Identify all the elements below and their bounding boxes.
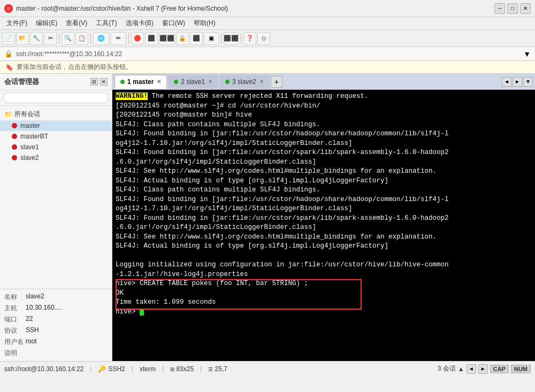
- toolbar-btn14[interactable]: ▣: [204, 32, 219, 45]
- address-text: ssh://root:**********@10.30.160.14:22: [16, 50, 122, 58]
- sidebar-controls: ⊟ ✕: [90, 78, 108, 86]
- toolbar-new[interactable]: 📄: [2, 32, 15, 45]
- tab-add-button[interactable]: +: [271, 76, 282, 88]
- session-master[interactable]: master: [0, 120, 112, 131]
- minimize-button[interactable]: ─: [494, 3, 505, 14]
- terminal[interactable]: WARNING! The remote SSH server rejected …: [112, 90, 535, 361]
- tab-close-slave2[interactable]: ✕: [259, 79, 264, 84]
- toolbar-btn8[interactable]: ✏: [110, 32, 126, 45]
- menu-tabs[interactable]: 选项卡(B): [121, 18, 158, 29]
- prop-user: 用户名 root: [0, 336, 112, 348]
- prop-name: 名称 slave2: [0, 291, 112, 303]
- prop-protocol: 协议 SSH: [0, 325, 112, 336]
- toolbar-btn13[interactable]: ⬛: [190, 32, 203, 45]
- session-slave1[interactable]: slave1: [0, 142, 112, 152]
- info-text: 要添加当前会话，点击左侧的箭头按钮。: [17, 63, 132, 72]
- app-icon: [4, 4, 13, 13]
- tab-label-master: 1 master: [127, 78, 154, 86]
- sidebar-close-btn[interactable]: ✕: [100, 78, 108, 86]
- tab-scroll-controls: ◄ ► ▼: [502, 77, 533, 87]
- menu-window[interactable]: 窗口(W): [158, 18, 189, 29]
- toolbar-sep3: [128, 33, 129, 44]
- sessions-prev-btn[interactable]: ◄: [467, 364, 476, 374]
- sidebar-search-input[interactable]: [3, 93, 109, 103]
- tab-slave2[interactable]: 3 slave2 ✕: [219, 75, 270, 89]
- menu-help[interactable]: 帮助(H): [189, 18, 220, 29]
- sidebar-title: 会话管理器: [4, 77, 39, 87]
- pos-icon: ☰: [208, 366, 213, 372]
- tab-label-slave1: 2 slave1: [181, 78, 205, 86]
- session-label-slave1: slave1: [20, 143, 39, 151]
- close-button[interactable]: ✕: [520, 3, 531, 14]
- prop-user-label: 用户名: [4, 337, 26, 347]
- tab-close-master[interactable]: ✕: [157, 79, 161, 84]
- toolbar-btn11[interactable]: ⬛⬛: [159, 32, 175, 45]
- menu-tools[interactable]: 工具(T): [91, 18, 121, 29]
- folder-icon: 📁: [4, 111, 12, 118]
- status-bar: ssh://root@10.30.160.14:22 | 🔑 SSH2 | xt…: [0, 361, 535, 376]
- resize-icon: ⊞: [170, 366, 174, 372]
- menu-edit[interactable]: 编辑(E): [32, 18, 62, 29]
- title-bar: master - root@master:/usr/cstor/hive/bin…: [0, 0, 535, 17]
- session-label-slave2: slave2: [20, 154, 39, 162]
- toolbar-btn17[interactable]: ◇: [257, 32, 270, 45]
- session-masterbt[interactable]: masterBT: [0, 131, 112, 142]
- menu-view[interactable]: 查看(V): [62, 18, 91, 29]
- sessions-next-btn[interactable]: ►: [478, 364, 488, 374]
- sessions-group[interactable]: 📁 所有会话: [0, 108, 112, 120]
- tab-slave1[interactable]: 2 slave1 ✕: [168, 75, 218, 89]
- menu-bar: 文件(F) 编辑(E) 查看(V) 工具(T) 选项卡(B) 窗口(W) 帮助(…: [0, 17, 535, 30]
- window-controls: ─ □ ✕: [494, 3, 531, 14]
- prop-desc: 说明: [0, 348, 112, 359]
- session-dot-slave1: [12, 144, 17, 150]
- toolbar-btn10[interactable]: ⬛: [145, 32, 158, 45]
- status-ssh-icon: 🔑: [98, 365, 106, 373]
- status-pos-label: 25,7: [215, 365, 227, 373]
- prop-desc-label: 说明: [4, 349, 26, 358]
- toolbar-btn15[interactable]: ⬛⬛: [224, 32, 239, 45]
- prop-name-label: 名称: [4, 293, 26, 302]
- maximize-button[interactable]: □: [507, 3, 518, 14]
- toolbar-help[interactable]: ❓: [243, 32, 256, 45]
- session-slave2[interactable]: slave2: [0, 152, 112, 163]
- tab-close-slave1[interactable]: ✕: [208, 79, 212, 84]
- toolbar: 📄 📂 🔧 ✂ 🔍 📋 🌐 ✏ 🔴 ⬛ ⬛⬛ 🔒 ⬛ ▣ ⬛⬛ ❓ ◇: [0, 30, 535, 47]
- title-text: master - root@master:/usr/cstor/hive/bin…: [16, 5, 494, 12]
- toolbar-btn6[interactable]: 📋: [75, 32, 88, 45]
- status-size: ⊞ 83x25: [170, 365, 194, 373]
- sessions-section: 📁 所有会话 master masterBT slave1 slave2: [0, 106, 112, 165]
- toolbar-btn7[interactable]: 🌐: [93, 32, 109, 45]
- toolbar-btn12[interactable]: 🔒: [176, 32, 189, 45]
- toolbar-open[interactable]: 📂: [16, 32, 29, 45]
- session-label-master: master: [20, 122, 40, 129]
- prop-port-label: 端口: [4, 315, 26, 324]
- sidebar-pin-btn[interactable]: ⊟: [90, 78, 98, 86]
- sidebar-search-area: [0, 90, 112, 106]
- toolbar-btn4[interactable]: ✂: [44, 32, 57, 45]
- toolbar-sep5: [241, 33, 241, 44]
- status-ssh: 🔑 SSH2: [98, 365, 125, 373]
- toolbar-sep2: [90, 33, 91, 44]
- prop-protocol-label: 协议: [4, 326, 26, 335]
- tab-bar: 1 master ✕ 2 slave1 ✕ 3 slave2 ✕ + ◄ ► ▼: [112, 74, 535, 90]
- tab-prev-button[interactable]: ◄: [502, 77, 511, 87]
- prop-host-value: 10.30.160....: [26, 304, 62, 313]
- address-bar: 🔒 ssh://root:**********@10.30.160.14:22 …: [0, 47, 535, 61]
- terminal-content: WARNING! The remote SSH server rejected …: [116, 92, 532, 317]
- tab-master[interactable]: 1 master ✕: [114, 75, 167, 89]
- tab-dot-master: [120, 80, 125, 84]
- tab-next-button[interactable]: ►: [513, 77, 522, 87]
- tab-menu-button[interactable]: ▼: [523, 77, 533, 87]
- info-icon: 🔖: [5, 64, 13, 71]
- prop-user-value: root: [26, 337, 37, 347]
- toolbar-btn9[interactable]: 🔴: [131, 32, 144, 45]
- toolbar-btn3[interactable]: 🔧: [30, 32, 43, 45]
- session-dot-master: [12, 123, 17, 128]
- status-sessions-area: 3 会话 ▲ ◄ ► CAP NUM: [438, 364, 531, 374]
- status-term: xterm: [140, 365, 156, 373]
- tab-dot-slave1: [174, 80, 178, 84]
- status-sessions-label: 3 会话: [438, 364, 456, 373]
- address-dropdown[interactable]: ▼: [523, 50, 531, 58]
- toolbar-search[interactable]: 🔍: [62, 32, 74, 45]
- menu-file[interactable]: 文件(F): [2, 18, 32, 29]
